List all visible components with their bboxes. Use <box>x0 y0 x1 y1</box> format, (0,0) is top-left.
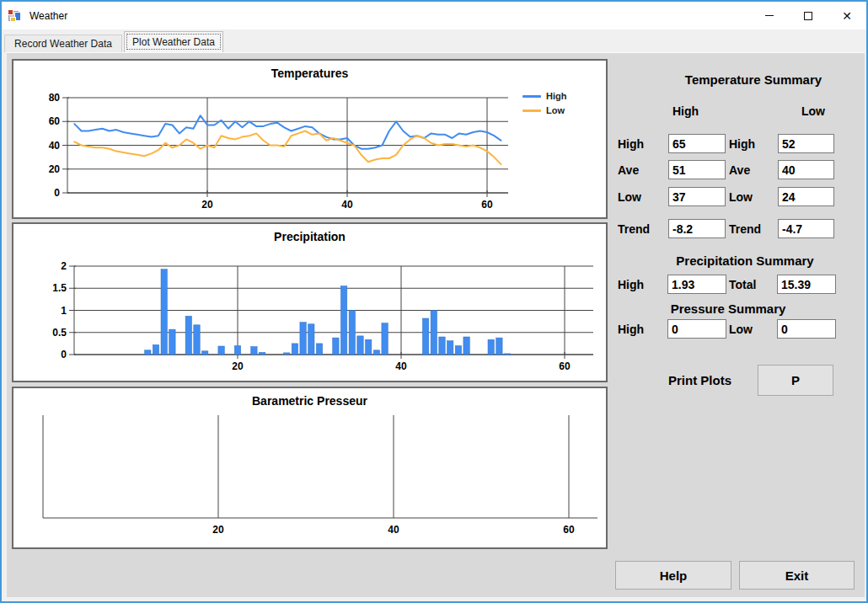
low-series-swatch <box>522 109 541 112</box>
temp-ave-row-label: Ave <box>618 163 639 177</box>
exit-button[interactable]: Exit <box>739 561 855 590</box>
maximize-button[interactable] <box>789 2 828 29</box>
precipitation-plot: 00.511.52204060 <box>13 224 606 381</box>
weather-window: Weather ✕ Record Weather Data Plot Weath… <box>0 0 868 603</box>
precipitation-summary-title: Precipitation Summary <box>661 253 829 268</box>
close-icon: ✕ <box>842 10 852 22</box>
temp-ave-of-highs-field[interactable] <box>668 160 726 179</box>
pressure-summary-title: Pressure Summary <box>644 302 812 316</box>
legend-item-low: Low <box>522 105 566 115</box>
temperatures-chart-title: Temperatures <box>13 67 606 80</box>
minimize-icon <box>765 15 774 16</box>
temperature-summary-title: Temperature Summary <box>669 72 838 87</box>
temp-high-row-label: High <box>618 137 644 151</box>
svg-text:0.5: 0.5 <box>52 327 67 339</box>
temp-trend-of-highs-field[interactable] <box>668 219 726 238</box>
help-button[interactable]: Help <box>615 561 731 590</box>
temperature-column-high: High <box>672 104 699 118</box>
temp-ave-of-lows-field[interactable] <box>778 160 834 179</box>
svg-text:40: 40 <box>395 360 407 372</box>
legend-label-low: Low <box>546 105 565 115</box>
svg-text:40: 40 <box>341 199 353 211</box>
caption-buttons: ✕ <box>750 2 866 29</box>
app-icon-yellow-square <box>10 17 16 22</box>
svg-text:20: 20 <box>232 360 244 372</box>
svg-text:1: 1 <box>61 305 67 317</box>
app-icon <box>8 9 21 23</box>
svg-text:2: 2 <box>61 260 67 272</box>
precipitation-chart-title: Precipitation <box>13 230 606 243</box>
legend-item-high: High <box>522 91 566 101</box>
svg-text:80: 80 <box>49 92 61 104</box>
temp-trend-of-lows-field[interactable] <box>778 219 834 238</box>
temp-trend-row-label: Trend <box>618 222 650 236</box>
svg-text:60: 60 <box>481 199 493 211</box>
precip-high-field[interactable] <box>667 275 726 294</box>
pressure-low-field[interactable] <box>777 319 836 339</box>
svg-text:0: 0 <box>54 187 60 199</box>
pressure-chart-panel: 204060 Barametric Presseur <box>12 387 608 549</box>
pressure-high-field[interactable] <box>667 319 726 339</box>
maximize-icon <box>804 12 812 20</box>
pressure-plot: 204060 <box>13 388 606 547</box>
temp-low-row-label-low-col: Low <box>729 190 753 204</box>
svg-text:20: 20 <box>212 524 224 536</box>
precip-high-label: High <box>618 278 644 291</box>
temp-high-row-label-low-col: High <box>729 137 755 151</box>
temp-trend-row-label-low-col: Trend <box>729 222 761 236</box>
window-title: Weather <box>29 10 67 22</box>
print-plots-button[interactable]: P <box>758 365 833 396</box>
legend-label-high: High <box>546 91 566 101</box>
temperature-column-low: Low <box>801 104 825 118</box>
pressure-chart-title: Barametric Presseur <box>13 394 606 408</box>
svg-text:0: 0 <box>61 349 67 360</box>
titlebar: Weather ✕ <box>2 2 866 29</box>
app-icon-red-square <box>8 9 13 15</box>
temperatures-chart-panel: 020406080204060 Temperatures High Low <box>12 59 608 219</box>
svg-text:20: 20 <box>49 163 61 175</box>
pressure-high-label: High <box>618 323 644 336</box>
tab-label: Plot Weather Data <box>132 36 215 48</box>
svg-text:60: 60 <box>563 524 575 536</box>
svg-text:1.5: 1.5 <box>52 282 67 294</box>
precip-total-field[interactable] <box>777 275 836 294</box>
tabstrip: Record Weather Data Plot Weather Data <box>2 29 866 52</box>
tab-plot-weather-data[interactable]: Plot Weather Data <box>124 31 223 52</box>
temp-high-of-lows-field[interactable] <box>778 134 834 153</box>
temperatures-legend: High Low <box>522 91 566 120</box>
tab-label: Record Weather Data <box>14 38 112 50</box>
pressure-low-label: Low <box>729 323 753 336</box>
print-plots-label: Print Plots <box>668 373 731 387</box>
svg-text:40: 40 <box>49 140 61 152</box>
svg-text:60: 60 <box>49 115 61 127</box>
svg-text:40: 40 <box>388 524 399 536</box>
temp-low-row-label: Low <box>618 190 641 204</box>
tab-record-weather-data[interactable]: Record Weather Data <box>4 35 122 52</box>
precip-total-label: Total <box>729 278 756 291</box>
temp-high-of-highs-field[interactable] <box>668 134 726 153</box>
close-button[interactable]: ✕ <box>828 2 866 29</box>
temp-ave-row-label-low-col: Ave <box>729 163 750 177</box>
high-series-swatch <box>522 95 541 98</box>
temperatures-plot: 020406080204060 <box>13 61 606 217</box>
minimize-button[interactable] <box>750 2 789 29</box>
svg-text:20: 20 <box>201 199 213 211</box>
precipitation-chart-panel: 00.511.52204060 Precipitation <box>12 222 608 382</box>
svg-text:60: 60 <box>559 360 571 372</box>
temp-low-of-lows-field[interactable] <box>778 187 834 206</box>
temp-low-of-highs-field[interactable] <box>668 187 726 206</box>
